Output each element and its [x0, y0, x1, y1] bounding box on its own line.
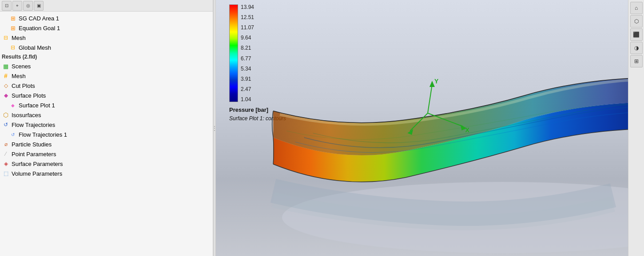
- tree-item-surface-plot-1[interactable]: ◆ Surface Plot 1: [0, 100, 213, 110]
- scenes-icon: ▦: [2, 62, 10, 70]
- flow-trajectories-1-label: Flow Trajectories 1: [19, 131, 67, 138]
- particle-studies-icon: ⌀: [2, 140, 10, 148]
- point-parameters-icon: ∕: [2, 150, 10, 158]
- point-parameters-label: Point Parameters: [12, 151, 56, 158]
- rt-display-button[interactable]: ◑: [630, 42, 643, 54]
- equation-goal-label: Equation Goal 1: [19, 25, 60, 32]
- global-mesh-icon: ⊟: [9, 43, 17, 51]
- rt-grid-button[interactable]: ⊞: [630, 55, 643, 67]
- equation-goal-icon: ⊞: [9, 24, 17, 32]
- tree-item-flow-trajectories-1[interactable]: ↺ Flow Trajectories 1: [0, 130, 213, 139]
- rt-3d-button[interactable]: ⬡: [630, 15, 643, 28]
- cut-plots-icon: ◇: [2, 82, 10, 90]
- tree-item-cut-plots[interactable]: ◇ Cut Plots: [0, 81, 213, 91]
- surface-plot-1-label: Surface Plot 1: [19, 102, 55, 109]
- toolbar: ⊡ ⌖ ◎ ▣: [0, 0, 213, 12]
- rt-home-button[interactable]: ⌂: [630, 2, 643, 14]
- surface-plots-label: Surface Plots: [12, 92, 46, 99]
- sg-cad-label: SG CAD Area 1: [19, 15, 59, 22]
- tree-item-global-mesh[interactable]: ⊟ Global Mesh: [0, 43, 213, 52]
- surface-plot-1-icon: ◆: [9, 101, 17, 109]
- flow-trajectories-icon: ↺: [2, 121, 10, 129]
- tree-item-surface-parameters[interactable]: ◈ Surface Parameters: [0, 159, 213, 169]
- right-toolbar: ⌂ ⬡ ⬛ ◑ ⊞: [628, 0, 644, 256]
- sg-cad-icon: ⊞: [9, 14, 17, 22]
- scenes-label: Scenes: [12, 63, 31, 70]
- tree-item-point-parameters[interactable]: ∕ Point Parameters: [0, 149, 213, 159]
- feature-tree: ⊞ SG CAD Area 1 ⊞ Equation Goal 1 ⊟ Mesh…: [0, 12, 213, 256]
- tree-item-scenes[interactable]: ▦ Scenes: [0, 61, 213, 71]
- mesh-icon: ⊟: [2, 34, 10, 42]
- svg-line-2: [428, 84, 432, 113]
- tree-item-equation-goal[interactable]: ⊞ Equation Goal 1: [0, 23, 213, 33]
- rt-view-button[interactable]: ⬛: [630, 28, 643, 41]
- toolbar-button-4[interactable]: ▣: [34, 1, 44, 11]
- tree-item-sg-cad-area[interactable]: ⊞ SG CAD Area 1: [0, 13, 213, 23]
- mesh-results-icon: #: [2, 72, 10, 80]
- left-panel: ⊡ ⌖ ◎ ▣ ⊞ SG CAD Area 1 ⊞ Equation Goal …: [0, 0, 213, 256]
- tree-item-mesh-results[interactable]: # Mesh: [0, 71, 213, 81]
- tree-item-surface-plots[interactable]: ◆ Surface Plots: [0, 91, 213, 100]
- surface-parameters-label: Surface Parameters: [12, 161, 63, 167]
- volume-parameters-icon: ⬚: [2, 169, 10, 177]
- surface-plots-icon: ◆: [2, 91, 10, 99]
- toolbar-button-2[interactable]: ⌖: [12, 1, 22, 11]
- tree-item-particle-studies[interactable]: ⌀ Particle Studies: [0, 139, 213, 149]
- cut-plots-label: Cut Plots: [12, 83, 35, 89]
- volume-parameters-label: Volume Parameters: [12, 170, 62, 177]
- svg-text:Y: Y: [434, 78, 439, 85]
- 3d-scene-svg[interactable]: Y X: [216, 0, 644, 256]
- results-label: Results (2.fld): [0, 52, 213, 61]
- global-mesh-label: Global Mesh: [19, 44, 51, 51]
- tree-item-volume-parameters[interactable]: ⬚ Volume Parameters: [0, 169, 213, 178]
- tree-item-mesh[interactable]: ⊟ Mesh: [0, 33, 213, 43]
- surface-parameters-icon: ◈: [2, 160, 10, 168]
- tree-item-flow-trajectories[interactable]: ↺ Flow Trajectories: [0, 120, 213, 130]
- particle-studies-label: Particle Studies: [12, 141, 52, 148]
- 3d-viewport: 13.94 12.51 11.07 9.64 8.21 6.77 5.34 3.…: [216, 0, 644, 256]
- toolbar-button-3[interactable]: ◎: [23, 1, 33, 11]
- isosurfaces-label: Isosurfaces: [12, 112, 41, 118]
- toolbar-button-1[interactable]: ⊡: [2, 1, 12, 11]
- flow-trajectories-1-icon: ↺: [9, 130, 17, 138]
- flow-trajectories-label: Flow Trajectories: [12, 122, 55, 128]
- isosurfaces-icon: ⬡: [2, 111, 10, 119]
- svg-text:X: X: [465, 126, 470, 134]
- mesh-label: Mesh: [12, 35, 26, 41]
- mesh-results-label: Mesh: [12, 73, 26, 79]
- tree-item-isosurfaces[interactable]: ⬡ Isosurfaces: [0, 110, 213, 120]
